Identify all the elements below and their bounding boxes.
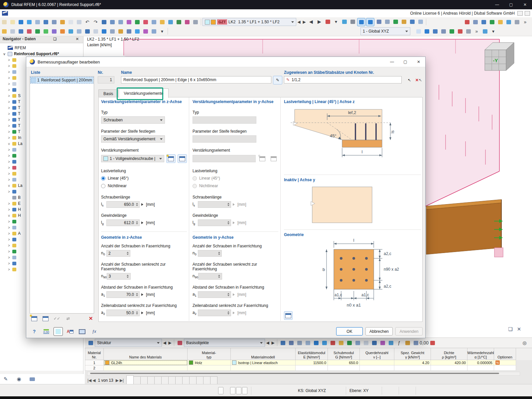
table-tab[interactable]: [189, 376, 197, 384]
table-row[interactable]: 1 GL24h Holz Isotrop | Linear elastisch …: [85, 360, 532, 365]
table-row[interactable]: 2: [85, 365, 532, 371]
menu-item[interactable]: [69, 9, 76, 17]
snap-toggle[interactable]: [224, 387, 229, 394]
cell-poisson[interactable]: [360, 360, 394, 365]
menu-item[interactable]: [47, 9, 55, 17]
next-case-button[interactable]: ▶: [302, 18, 307, 26]
toolbar-icon[interactable]: [67, 18, 74, 26]
toolbar-icon[interactable]: [150, 18, 158, 26]
base-objects-combo[interactable]: Basisobjekte: [184, 339, 265, 347]
toolbar-icon[interactable]: [192, 18, 199, 26]
support-list[interactable]: 1 Reinforced Support | 200mm | E: [30, 76, 94, 314]
cell-material-name[interactable]: [104, 365, 188, 371]
close-panel-icon[interactable]: ✕: [515, 325, 523, 333]
close-button[interactable]: ✕: [518, 0, 532, 9]
table-tab[interactable]: [196, 376, 203, 384]
prev-group-button[interactable]: ◀: [265, 339, 270, 346]
toolbar-icon[interactable]: [357, 18, 365, 26]
toolbar-icon[interactable]: [340, 18, 348, 26]
export-graphic-icon[interactable]: [284, 311, 293, 320]
radio-linear[interactable]: Linear (45°): [101, 176, 187, 181]
close-panel-icon[interactable]: ✕: [74, 37, 80, 41]
toolbar-icon[interactable]: ƒ: [395, 339, 403, 347]
toolbar-icon[interactable]: [481, 28, 489, 35]
toolbar-icon[interactable]: [440, 28, 447, 35]
table-tab[interactable]: [210, 376, 217, 384]
a1-input[interactable]: 70.0: [106, 291, 140, 298]
display-properties-button[interactable]: A: [66, 327, 75, 336]
toolbar-icon[interactable]: [9, 18, 16, 26]
dialog-minimize-button[interactable]: —: [385, 57, 399, 67]
table-tab[interactable]: [203, 376, 210, 384]
toolbar-icon[interactable]: [456, 28, 464, 35]
toolbar-icon[interactable]: [408, 18, 416, 26]
menu-item[interactable]: [33, 9, 40, 17]
toolbar-icon[interactable]: ▶: [316, 18, 323, 26]
toolbar-icon[interactable]: [142, 18, 149, 26]
toolbar-icon[interactable]: [67, 28, 74, 35]
toolbar-icon[interactable]: [108, 28, 116, 35]
spinner-arrows[interactable]: [135, 221, 139, 224]
cell-material-name[interactable]: GL24h: [104, 360, 188, 365]
table-tab[interactable]: [126, 375, 134, 384]
toolbar-icon[interactable]: [304, 339, 312, 347]
toolbar-icon[interactable]: [465, 28, 472, 35]
camera-icon[interactable]: [28, 375, 37, 383]
dialog-maximize-button[interactable]: ▢: [399, 57, 412, 67]
table-tab[interactable]: [133, 376, 141, 384]
new-element-button[interactable]: [166, 154, 176, 163]
n0-input[interactable]: 2: [106, 250, 130, 257]
toolbar-icon[interactable]: [505, 18, 512, 26]
toolbar-icon[interactable]: [379, 339, 386, 347]
menu-item[interactable]: [76, 9, 84, 17]
prev-page-icon[interactable]: ◀: [92, 378, 95, 383]
toolbar-icon[interactable]: [75, 28, 83, 35]
dialog-titlebar[interactable]: Bemessungsauflager bearbeiten — ▢ ✕: [26, 57, 425, 67]
toolbar-icon[interactable]: [324, 18, 332, 26]
cell-material-modell[interactable]: Isotrop | Linear elastisch: [231, 360, 296, 365]
toolbar-icon[interactable]: [167, 18, 174, 26]
toolbar-icon[interactable]: [354, 339, 361, 347]
toolbar-icon[interactable]: [50, 18, 58, 26]
toolbar-icon[interactable]: [133, 28, 141, 35]
next-table-button[interactable]: ▶: [167, 339, 173, 346]
a2-input[interactable]: 50.0: [106, 310, 140, 316]
new-item-button[interactable]: [30, 314, 39, 323]
toolbar-icon[interactable]: [463, 18, 471, 26]
toolbar-icon[interactable]: ▾: [158, 28, 166, 35]
toolbar-icon[interactable]: [150, 28, 158, 35]
toolbar-icon[interactable]: [392, 18, 399, 26]
cancel-button[interactable]: Abbrechen: [365, 327, 393, 335]
toolbar-icon[interactable]: [100, 28, 108, 35]
toolbar-icon[interactable]: [412, 339, 420, 347]
table-tab[interactable]: [182, 376, 190, 384]
menu-item[interactable]: [11, 9, 18, 17]
toolbar-icon[interactable]: [296, 339, 303, 347]
prev-table-button[interactable]: ◀: [162, 339, 167, 346]
toolbar-icon[interactable]: [513, 18, 521, 26]
toolbar-icon[interactable]: [108, 18, 116, 26]
toolbar-icon[interactable]: [370, 339, 378, 347]
formula-arrow-icon[interactable]: [141, 221, 143, 224]
cell-g-modulus[interactable]: 650.0: [328, 360, 360, 365]
table-tab[interactable]: [175, 376, 183, 384]
toolbar-icon[interactable]: [417, 18, 424, 26]
snap-toggle[interactable]: [236, 387, 241, 394]
toolbar-icon[interactable]: [471, 18, 479, 26]
toolbar-icon[interactable]: [125, 18, 133, 26]
table-tab[interactable]: [154, 376, 162, 384]
coordinate-system-combo[interactable]: 1 - Global XYZ: [360, 27, 410, 35]
toolbar-icon[interactable]: [329, 339, 336, 347]
toolbar-icon[interactable]: [429, 339, 436, 347]
toolbar-icon[interactable]: [0, 18, 8, 26]
toolbar-icon[interactable]: [404, 339, 411, 347]
toolbar-icon[interactable]: [92, 28, 99, 35]
next-page-icon[interactable]: ▶: [116, 378, 119, 383]
toolbar-icon[interactable]: [400, 18, 408, 26]
scrollbar-thumb[interactable]: [90, 373, 499, 374]
navigation-cube[interactable]: -Y: [485, 43, 514, 70]
toolbar-icon[interactable]: »: [521, 18, 529, 26]
toolbar-icon[interactable]: [50, 28, 58, 35]
next-group-button[interactable]: ▶: [270, 339, 276, 346]
toolbar-icon[interactable]: [117, 18, 124, 26]
